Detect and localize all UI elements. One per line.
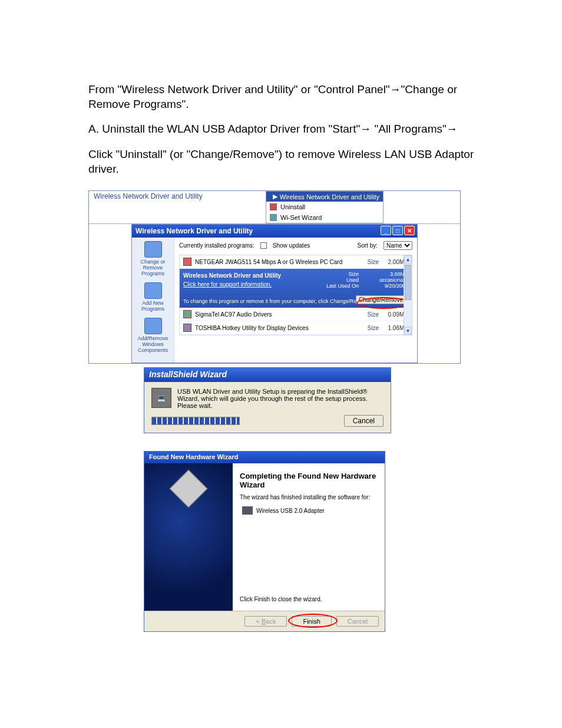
left-category-panel: Change or Remove Programs Add New Progra…: [132, 238, 174, 363]
show-updates-checkbox[interactable]: [260, 242, 267, 249]
program-name: TOSHIBA Hotkey Utility for Display Devic…: [195, 325, 361, 331]
submenu-title-text: Wireless Network Driver and Utility: [280, 193, 379, 200]
category-add-new[interactable]: Add New Programs: [133, 282, 173, 312]
program-row-sigmatel[interactable]: SigmaTel AC97 Audio Drivers Size 0.09MB: [180, 308, 412, 321]
submenu-title[interactable]: ▶ Wireless Network Driver and Utility: [266, 192, 383, 202]
sel-last-label: Last Used On: [326, 283, 359, 289]
doc-para-1: From "Wireless Network Driver and Utilit…: [88, 83, 485, 111]
sort-by-select[interactable]: Name: [384, 241, 412, 250]
category-windows-label: Add/Remove Windows Components: [133, 335, 173, 353]
window-title-text: Wireless Network Driver and Utility: [135, 227, 253, 235]
sort-by-label: Sort by:: [358, 242, 378, 249]
maximize-button[interactable]: □: [392, 226, 403, 235]
change-remove-icon: [144, 241, 162, 258]
device-name: Wireless USB 2.0 Adapter: [256, 508, 325, 514]
submenu-item-wiset[interactable]: Wi-Set Wizard: [266, 212, 383, 223]
selected-program-name: Wireless Network Driver and Utility: [183, 272, 408, 279]
back-button: < Back: [244, 616, 287, 627]
currently-installed-label: Currently installed programs:: [179, 242, 254, 249]
windows-components-icon: [144, 318, 162, 334]
size-label: Size: [361, 259, 379, 265]
program-row-toshiba[interactable]: TOSHIBA Hotkey Utility for Display Devic…: [180, 321, 412, 335]
start-menu-bar: Wireless Network Driver and Utility ▶ Wi…: [89, 191, 460, 224]
hardware-icon: [169, 470, 207, 508]
programs-panel: Currently installed programs: Show updat…: [174, 238, 417, 363]
size-label: Size: [361, 325, 379, 331]
size-label: Size: [361, 311, 379, 318]
chevron-right-icon: ▶: [273, 193, 277, 200]
progress-bar: [151, 417, 240, 425]
window-titlebar: Wireless Network Driver and Utility _ □ …: [132, 225, 417, 238]
uninstall-icon: [270, 203, 277, 210]
start-menu-item[interactable]: Wireless Network Driver and Utility: [89, 191, 207, 202]
screenshot-found-new-hardware: Found New Hardware Wizard Completing the…: [144, 451, 385, 632]
computer-icon: 💻: [151, 388, 171, 408]
cancel-button: Cancel: [336, 616, 379, 627]
wizard-banner: [144, 463, 233, 611]
program-name: SigmaTel AC97 Audio Drivers: [195, 311, 361, 318]
program-row-netgear[interactable]: NETGEAR JWAG511 54 Mbps A or G Wireless …: [180, 255, 412, 269]
close-button[interactable]: ✕: [404, 226, 415, 235]
submenu-wiset-label: Wi-Set Wizard: [280, 214, 322, 221]
category-addnew-label: Add New Programs: [133, 300, 173, 312]
category-change-remove[interactable]: Change or Remove Programs: [133, 241, 173, 276]
wizard-heading: Completing the Found New Hardware Wizard: [240, 472, 378, 489]
program-icon: [183, 258, 191, 266]
program-icon: [183, 310, 191, 318]
minimize-button[interactable]: _: [381, 226, 391, 235]
program-icon: [183, 324, 191, 332]
scroll-down-icon[interactable]: ▼: [404, 327, 412, 335]
submenu-uninstall-label: Uninstall: [280, 203, 305, 210]
finish-button[interactable]: Finish: [292, 616, 331, 627]
sel-used-label: Used: [346, 277, 359, 283]
wizard-subtext: The wizard has finished installing the s…: [240, 494, 378, 500]
device-icon: [242, 506, 253, 515]
installshield-message: USB WLAN Driver and Utility Setup is pre…: [177, 388, 384, 409]
category-windows-components[interactable]: Add/Remove Windows Components: [133, 318, 173, 353]
program-list-scrollbar[interactable]: ▲ ▼: [404, 255, 412, 335]
change-remove-button[interactable]: Change/Remove: [356, 295, 406, 304]
doc-para-2: A. Uninstall the WLAN USB Adaptor Driver…: [88, 122, 485, 137]
program-row-selected-wireless[interactable]: Wireless Network Driver and Utility Clic…: [180, 269, 412, 308]
category-change-label: Change or Remove Programs: [133, 259, 173, 276]
doc-para-3: Click "Uninstall" (or "Change/Remove") t…: [88, 147, 485, 176]
add-new-icon: [144, 282, 162, 299]
submenu-item-uninstall[interactable]: Uninstall: [266, 202, 383, 212]
show-updates-label: Show updates: [273, 242, 310, 249]
support-info-link[interactable]: Click here for support information.: [183, 281, 408, 288]
wizard-close-instruction: Click Finish to close the wizard.: [240, 591, 378, 602]
start-submenu: ▶ Wireless Network Driver and Utility Un…: [266, 191, 384, 223]
program-name: NETGEAR JWAG511 54 Mbps A or G Wireless …: [195, 259, 361, 265]
screenshot-installshield: InstallShield Wizard 💻 USB WLAN Driver a…: [144, 367, 391, 433]
sel-size-label: Size: [348, 271, 359, 277]
wiset-icon: [270, 214, 277, 221]
cancel-button[interactable]: Cancel: [344, 415, 384, 427]
installshield-titlebar: InstallShield Wizard: [144, 368, 391, 382]
screenshot-add-remove-programs: Wireless Network Driver and Utility ▶ Wi…: [88, 190, 461, 364]
wizard-titlebar: Found New Hardware Wizard: [144, 452, 385, 463]
scroll-up-icon[interactable]: ▲: [404, 255, 412, 263]
scroll-thumb[interactable]: [405, 265, 411, 300]
